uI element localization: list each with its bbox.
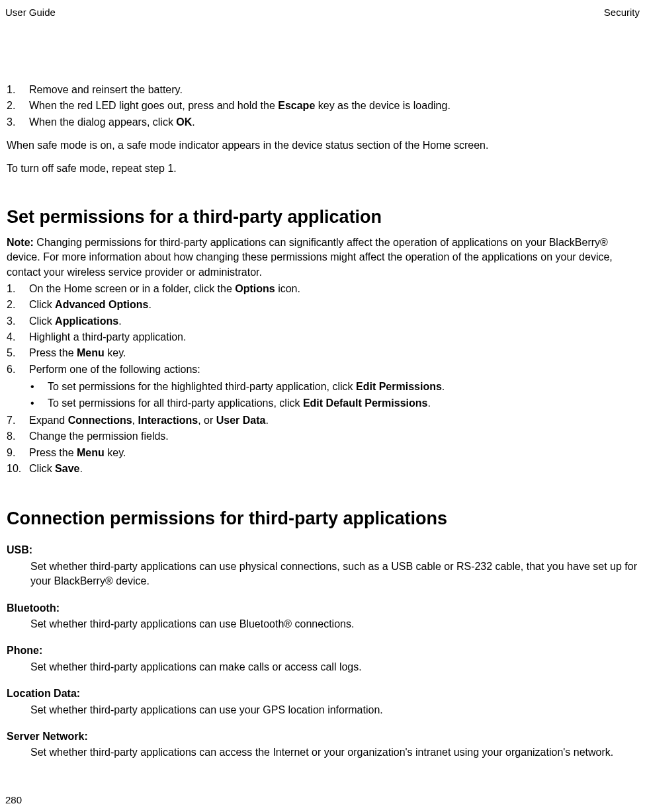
bold-text: Menu	[77, 447, 105, 458]
bold-text: Interactions	[138, 415, 198, 426]
section1-title: Set permissions for a third-party applic…	[7, 205, 638, 230]
list-item: 6.Perform one of the following actions:	[7, 362, 638, 378]
item-text: When the red LED light goes out, press a…	[25, 99, 638, 113]
bold-text: OK	[176, 116, 192, 128]
item-text: Change the permission fields.	[25, 429, 638, 444]
page-content: 1.Remove and reinsert the battery.2.When…	[5, 82, 640, 760]
definition-term: USB:	[7, 543, 638, 557]
list-item: 10.Click Save.	[7, 461, 638, 477]
item-text: Perform one of the following actions:	[25, 362, 638, 377]
note-label: Note:	[7, 237, 34, 248]
list-item: 8.Change the permission fields.	[7, 428, 638, 444]
item-text: Expand Connections, Interactions, or Use…	[25, 413, 638, 428]
item-number: 10.	[7, 462, 25, 476]
item-number: 7.	[7, 413, 25, 428]
intro-steps-list: 1.Remove and reinsert the battery.2.When…	[7, 82, 638, 130]
item-number: 1.	[7, 83, 25, 97]
bullet-dot: •	[30, 396, 44, 411]
item-number: 8.	[7, 429, 25, 444]
bold-text: Edit Permissions	[356, 381, 442, 392]
list-item: 4.Highlight a third-party application.	[7, 329, 638, 345]
definition-term: Bluetooth:	[7, 601, 638, 616]
bold-text: Edit Default Permissions	[303, 397, 428, 409]
item-number: 2.	[7, 298, 25, 312]
definition-term: Location Data:	[7, 686, 638, 701]
definition-description: Set whether third-party applications can…	[7, 617, 638, 631]
bold-text: Menu	[77, 347, 105, 358]
item-text: When the dialog appears, click OK.	[25, 115, 638, 130]
item-number: 5.	[7, 346, 25, 360]
definition-description: Set whether third-party applications can…	[7, 745, 638, 760]
header-right: Security	[604, 5, 640, 19]
list-item: 9.Press the Menu key.	[7, 445, 638, 461]
list-item: 5.Press the Menu key.	[7, 345, 638, 361]
item-number: 4.	[7, 330, 25, 345]
list-item: •To set permissions for the highlighted …	[30, 379, 638, 395]
definition-description: Set whether third-party applications can…	[7, 559, 638, 589]
page-number: 280	[5, 793, 22, 807]
list-item: 3.Click Applications.	[7, 313, 638, 329]
item-number: 3.	[7, 115, 25, 130]
bold-text: Escape	[278, 100, 315, 111]
item-text: Press the Menu key.	[25, 446, 638, 460]
section1-steps-list: 1.On the Home screen or in a folder, cli…	[7, 281, 638, 477]
item-text: Click Applications.	[25, 314, 638, 329]
definition-term: Phone:	[7, 643, 638, 658]
list-item: 3.When the dialog appears, click OK.	[7, 114, 638, 130]
page-header: User Guide Security	[5, 5, 640, 19]
item-text: Press the Menu key.	[25, 346, 638, 360]
list-item: 1.Remove and reinsert the battery.	[7, 82, 638, 98]
bullet-dot: •	[30, 380, 44, 394]
bold-text: Options	[235, 283, 275, 294]
item-text: To set permissions for all third-party a…	[44, 396, 638, 411]
bold-text: Applications	[55, 315, 118, 327]
list-item: 2.When the red LED light goes out, press…	[7, 98, 638, 114]
item-number: 6.	[7, 362, 25, 377]
item-number: 9.	[7, 446, 25, 460]
safe-mode-note: When safe mode is on, a safe mode indica…	[7, 138, 638, 153]
definition-description: Set whether third-party applications can…	[7, 660, 638, 674]
item-number: 1.	[7, 282, 25, 296]
bold-text: Save	[55, 463, 79, 474]
list-item: 1.On the Home screen or in a folder, cli…	[7, 281, 638, 297]
sub-bullet-list: •To set permissions for the highlighted …	[7, 379, 638, 411]
definitions-list: USB:Set whether third-party applications…	[7, 543, 638, 760]
definition-term: Server Network:	[7, 729, 638, 744]
bold-text: User Data	[216, 415, 266, 426]
section1-note: Note: Changing permissions for third-par…	[7, 235, 638, 280]
header-left: User Guide	[5, 5, 56, 19]
note-text: Changing permissions for third-party app…	[7, 237, 613, 278]
item-text: Click Save.	[25, 462, 638, 476]
turn-off-note: To turn off safe mode, repeat step 1.	[7, 161, 638, 176]
list-item: •To set permissions for all third-party …	[30, 395, 638, 411]
item-text: On the Home screen or in a folder, click…	[25, 282, 638, 296]
list-item: 2.Click Advanced Options.	[7, 297, 638, 313]
bold-text: Connections	[68, 415, 132, 426]
definition-description: Set whether third-party applications can…	[7, 703, 638, 717]
item-number: 2.	[7, 99, 25, 113]
item-number: 3.	[7, 314, 25, 329]
section2-title: Connection permissions for third-party a…	[7, 507, 638, 532]
item-text: Remove and reinsert the battery.	[25, 83, 638, 97]
list-item: 7.Expand Connections, Interactions, or U…	[7, 413, 638, 428]
item-text: To set permissions for the highlighted t…	[44, 380, 638, 394]
bold-text: Advanced Options	[55, 299, 148, 310]
item-text: Click Advanced Options.	[25, 298, 638, 312]
item-text: Highlight a third-party application.	[25, 330, 638, 345]
